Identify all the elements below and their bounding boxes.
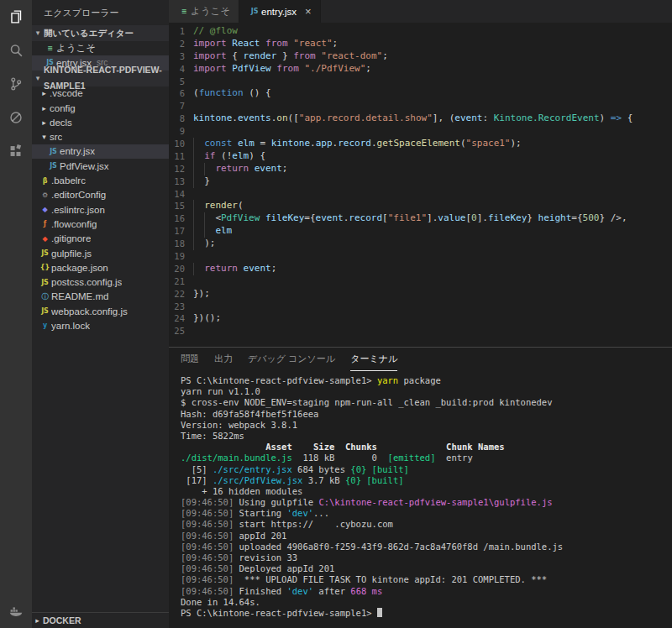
code-text: import React from "react";: [193, 38, 338, 50]
tree-item[interactable]: JSpostcss.config.js: [32, 275, 169, 289]
tree-item[interactable]: JSentry.jsx: [32, 144, 169, 159]
project-header[interactable]: ▾ KINTONE-REACT-PDFVIEW-SAMPLE1: [32, 71, 169, 86]
code-line: 11if (!elm) {: [169, 150, 672, 163]
activity-bar-top: [0, 0, 32, 168]
chevron-right-icon: ▸: [39, 104, 50, 113]
tree-item[interactable]: JSwebpack.config.js: [32, 304, 169, 318]
code-line: 15render(: [169, 200, 672, 212]
tree-item-label: config: [50, 103, 76, 113]
code-line: 2import React from "react";: [169, 38, 672, 50]
bottom-panel: 問題出力デバッグ コンソールターミナル PS C:\kintone-react-…: [169, 347, 672, 628]
terminal-line: [09:46:50] appId 201: [181, 531, 672, 542]
tab-entry.jsx[interactable]: JSentry.jsx×: [239, 0, 321, 23]
code-editor[interactable]: 1// @flow2import React from "react";3imp…: [169, 23, 672, 347]
code-text: elm: [193, 225, 232, 238]
line-number: 16: [169, 212, 193, 225]
code-text: }: [193, 175, 210, 188]
tree-item[interactable]: ▸config: [32, 101, 169, 115]
code-text: return event;: [193, 263, 276, 275]
yarn-icon: y: [39, 322, 51, 329]
tree-item-label: yarn.lock: [51, 321, 90, 331]
terminal-line: [09:46:50] Starting 'dev'...: [181, 508, 672, 519]
tree-item-label: postcss.config.js: [51, 277, 122, 287]
docker-icon[interactable]: [0, 594, 32, 628]
terminal[interactable]: PS C:\kintone-react-pdfview-sample1> yar…: [169, 371, 672, 628]
tree-item[interactable]: ƒ.flowconfig: [32, 217, 169, 231]
tree-item-label: .flowconfig: [51, 219, 97, 229]
code-text: // @flow: [193, 25, 238, 38]
line-number: 2: [169, 38, 193, 50]
readme-icon: ⓘ: [39, 292, 51, 301]
tree-item[interactable]: ⚙.editorConfig: [32, 188, 169, 202]
docker-section-header[interactable]: ▸ DOCKER: [32, 612, 169, 628]
tree-item[interactable]: {}package.json: [32, 260, 169, 275]
line-number: 7: [169, 100, 193, 113]
terminal-line: PS C:\kintone-react-pdfview-sample1>: [181, 608, 672, 619]
chevron-right-icon: ▸: [39, 118, 50, 127]
tree-item-label: .editorConfig: [51, 190, 106, 200]
indent-guide: [193, 200, 204, 212]
explorer-icon[interactable]: [0, 0, 32, 34]
sidebar-title: エクスプローラー: [32, 0, 169, 25]
open-editor-item[interactable]: ≡ようこそ: [32, 41, 169, 55]
tree-item[interactable]: yyarn.lock: [32, 318, 169, 332]
close-icon[interactable]: ×: [305, 5, 312, 18]
line-number: 15: [169, 200, 193, 212]
panel-tab-デバッグ コンソール[interactable]: デバッグ コンソール: [248, 348, 335, 371]
line-number: 3: [169, 50, 193, 63]
tree-item-label: entry.jsx: [60, 146, 95, 156]
indent-guide: [193, 163, 204, 175]
welcome-icon: ≡: [44, 44, 56, 52]
tree-item-label: src: [50, 132, 62, 142]
terminal-line: [09:46:50] *** UPLOAD FILE TASK TO kinto…: [181, 574, 672, 585]
indent-guide: [193, 225, 204, 238]
code-text: import PdfView from "./PdfView";: [193, 63, 371, 76]
code-line: 24})();: [169, 312, 672, 325]
terminal-line: Done in 14.64s.: [181, 597, 672, 608]
line-number: 14: [169, 188, 193, 201]
json-icon: {}: [39, 264, 51, 271]
chevron-down-icon: ▾: [32, 25, 44, 41]
tree-item[interactable]: ▾src: [32, 129, 169, 144]
js-icon: JS: [39, 249, 51, 257]
chevron-right-icon: ▸: [32, 613, 43, 628]
tree-item[interactable]: ◆.gitignore: [32, 232, 169, 246]
debug-icon[interactable]: [0, 101, 32, 134]
tree-item[interactable]: JSgulpfile.js: [32, 246, 169, 260]
indent-guide: [193, 138, 204, 150]
line-number: 5: [169, 76, 193, 88]
code-line: 12return event;: [169, 163, 672, 175]
search-icon[interactable]: [0, 34, 32, 67]
source-control-icon[interactable]: [0, 67, 32, 101]
tree-item-label: .eslintrc.json: [51, 205, 105, 215]
panel-tab-出力[interactable]: 出力: [214, 348, 233, 371]
line-number: 24: [169, 312, 193, 325]
tab-ようこそ[interactable]: ≡ようこそ: [169, 0, 239, 23]
panel-tab-問題[interactable]: 問題: [181, 348, 199, 371]
line-number: 18: [169, 238, 193, 250]
vscode-window: エクスプローラー ▾ 開いているエディター ≡ようこそJSentry.jsxsr…: [0, 0, 672, 628]
terminal-line: $ cross-env NODE_ENV=staging npm-run-all…: [181, 397, 672, 408]
tree-item[interactable]: JSPdfView.jsx: [32, 159, 169, 173]
terminal-line: ./dist/main.bundle.js 118 kB 0 [emitted]…: [181, 453, 672, 463]
jsx-icon: JS: [47, 162, 60, 170]
tree-item[interactable]: β.babelrc: [32, 173, 169, 187]
tree-item[interactable]: ⓘREADME.md: [32, 290, 169, 304]
open-editors-header[interactable]: ▾ 開いているエディター: [32, 25, 169, 41]
terminal-line: [09:46:50] start https:// .cybozu.com: [181, 519, 672, 530]
indent-guide: [204, 212, 215, 225]
editor-group: ≡ようこそJSentry.jsx× 1// @flow2import React…: [169, 0, 672, 628]
tree-item-label: .gitignore: [51, 233, 91, 243]
code-line: 23: [169, 301, 672, 313]
terminal-line: [09:46:50] Using gulpfile C:\kintone-rea…: [181, 497, 672, 508]
activity-bar-bottom: [0, 594, 32, 628]
line-number: 9: [169, 125, 193, 138]
tree-item[interactable]: ▸decls: [32, 115, 169, 129]
extensions-icon[interactable]: [0, 134, 32, 168]
tree-item[interactable]: ◆.eslintrc.json: [32, 202, 169, 217]
sidebar-explorer: エクスプローラー ▾ 開いているエディター ≡ようこそJSentry.jsxsr…: [32, 0, 169, 628]
code-line: 17elm: [169, 225, 672, 238]
panel-tab-ターミナル[interactable]: ターミナル: [350, 348, 397, 371]
tree-item-label: package.json: [51, 263, 108, 273]
indent-guide: [204, 225, 215, 238]
